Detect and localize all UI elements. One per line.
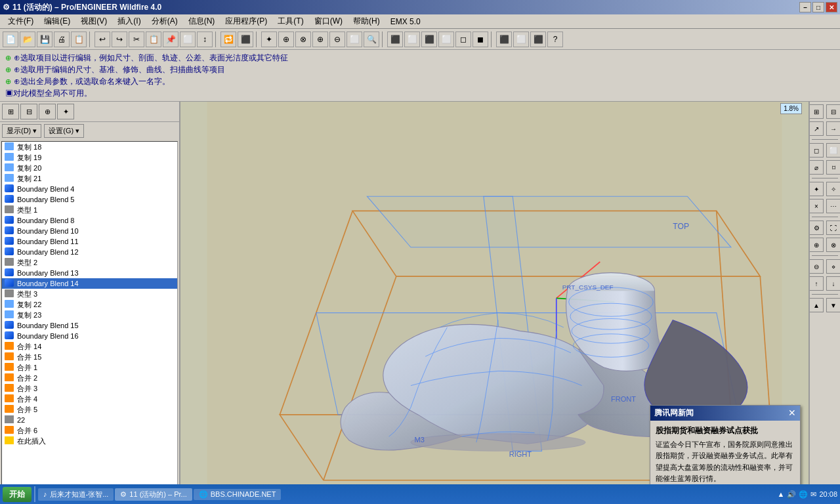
tree-item[interactable]: 复制 20	[2, 163, 177, 173]
menu-item-w[interactable]: 窗口(W)	[309, 14, 348, 28]
tb19[interactable]: ⬜	[438, 32, 454, 47]
tb6[interactable]: ↕	[197, 32, 213, 47]
tb18[interactable]: ⬛	[421, 32, 437, 47]
maximize-button[interactable]: □	[812, 2, 824, 12]
undo-button[interactable]: ↩	[94, 32, 110, 47]
copy-button[interactable]: 📋	[146, 32, 161, 47]
rt-btn-3[interactable]: ↗	[809, 121, 824, 136]
redo-button[interactable]: ↪	[112, 32, 127, 47]
rt-btn-1[interactable]: ⊞	[809, 104, 824, 119]
tree-item[interactable]: 合并 6	[2, 425, 177, 436]
tb24[interactable]: ⬛	[530, 32, 546, 47]
menu-item-p[interactable]: 应用程序(P)	[220, 14, 272, 28]
print-button[interactable]: 🖨	[54, 32, 70, 47]
minimize-button[interactable]: –	[799, 2, 811, 12]
rt-btn-6[interactable]: ⬜	[826, 143, 840, 158]
rt-btn-21[interactable]: ▲	[809, 298, 824, 312]
rt-btn-9[interactable]: ✦	[809, 182, 824, 196]
rt-btn-7[interactable]: ⌀	[809, 160, 824, 175]
tree-item[interactable]: 合并 4	[2, 394, 177, 404]
tree-item[interactable]: Boundary Blend 10	[2, 226, 177, 236]
tree-item[interactable]: 复制 21	[2, 173, 177, 184]
lt-btn1[interactable]: ⊞	[2, 104, 19, 119]
tb10[interactable]: ⊕	[278, 32, 294, 47]
cut-button[interactable]: ✂	[129, 32, 144, 47]
news-close-button[interactable]: ✕	[788, 408, 796, 418]
new-button[interactable]: 📄	[3, 32, 18, 47]
tb22[interactable]: ⬛	[496, 32, 512, 47]
tb9[interactable]: ✦	[261, 32, 277, 47]
rt-btn-17[interactable]: ⊖	[809, 259, 824, 274]
tb15[interactable]: 🔍	[364, 32, 379, 47]
rt-btn-2[interactable]: ⊟	[826, 104, 840, 119]
rt-btn-12[interactable]: ⋯	[826, 199, 840, 213]
tree-item[interactable]: Boundary Blend 4	[2, 184, 177, 194]
lt-btn4[interactable]: ✦	[57, 104, 74, 119]
tree-item[interactable]: Boundary Blend 5	[2, 194, 177, 205]
start-button[interactable]: 开始	[3, 487, 32, 502]
rt-btn-5[interactable]: ◻	[809, 143, 824, 158]
tree-item[interactable]: 复制 23	[2, 310, 177, 320]
menu-item-t[interactable]: 工具(T)	[272, 14, 308, 28]
tb25[interactable]: ?	[547, 32, 563, 47]
tb8[interactable]: ⬛	[238, 32, 253, 47]
display-dropdown[interactable]: 显示(D) ▾	[2, 124, 41, 138]
paste-button[interactable]: 📌	[163, 32, 178, 47]
menu-item-v[interactable]: 视图(V)	[75, 14, 112, 28]
tree-item[interactable]: 合并 5	[2, 404, 177, 415]
tree-item[interactable]: Boundary Blend 16	[2, 331, 177, 341]
rt-btn-20[interactable]: ↓	[826, 276, 840, 291]
tree-item[interactable]: 类型 3	[2, 289, 177, 299]
feature-tree[interactable]: 复制 18复制 19复制 20复制 21Boundary Blend 4Boun…	[1, 141, 178, 501]
rt-btn-11[interactable]: ×	[809, 199, 824, 213]
menu-item-h[interactable]: 帮助(H)	[348, 14, 385, 28]
tree-item[interactable]: Boundary Blend 8	[2, 215, 177, 226]
menu-item-n[interactable]: 信息(N)	[183, 14, 220, 28]
tb12[interactable]: ⊕	[312, 32, 328, 47]
tree-item[interactable]: 合并 1	[2, 362, 177, 373]
open-button[interactable]: 📂	[20, 32, 35, 47]
tb7[interactable]: 🔁	[220, 32, 236, 47]
rt-btn-4[interactable]: →	[826, 121, 840, 136]
menu-item-emx[interactable]: EMX 5.0	[385, 16, 426, 28]
menu-item-f[interactable]: 文件(F)	[3, 14, 39, 28]
rt-btn-18[interactable]: ⋄	[826, 259, 840, 274]
tb17[interactable]: ⬜	[404, 32, 420, 47]
rt-btn-16[interactable]: ⊗	[826, 238, 840, 252]
tree-item[interactable]: 在此插入	[2, 436, 177, 446]
tree-item[interactable]: 复制 22	[2, 299, 177, 310]
tb16[interactable]: ⬛	[387, 32, 403, 47]
tree-item[interactable]: 22	[2, 415, 177, 425]
close-button[interactable]: ✕	[826, 2, 837, 12]
taskbar-item-web[interactable]: 🌐 BBS.CHINADE.NET	[194, 489, 282, 500]
rt-btn-13[interactable]: ⚙	[809, 220, 824, 235]
rt-btn-8[interactable]: ⌑	[826, 160, 840, 175]
settings-dropdown[interactable]: 设置(G) ▾	[44, 124, 84, 138]
tree-item[interactable]: Boundary Blend 14	[2, 278, 177, 289]
tb11[interactable]: ⊗	[295, 32, 311, 47]
tb13[interactable]: ⊖	[329, 32, 345, 47]
rt-btn-19[interactable]: ↑	[809, 276, 824, 291]
tree-item[interactable]: 合并 3	[2, 383, 177, 394]
tree-item[interactable]: 类型 2	[2, 257, 177, 268]
tb14[interactable]: ⬜	[346, 32, 362, 47]
tb4[interactable]: 📋	[71, 32, 87, 47]
save-button[interactable]: 💾	[37, 32, 52, 47]
tree-item[interactable]: 复制 18	[2, 142, 177, 152]
tree-item[interactable]: Boundary Blend 13	[2, 268, 177, 278]
tree-item[interactable]: 合并 15	[2, 352, 177, 362]
tb23[interactable]: ⬜	[513, 32, 529, 47]
rt-btn-15[interactable]: ⊕	[809, 238, 824, 252]
taskbar-item-proe[interactable]: ⚙ 11 (活动的) – Pr...	[115, 488, 192, 501]
menu-item-i[interactable]: 插入(I)	[112, 14, 146, 28]
tree-item[interactable]: Boundary Blend 15	[2, 320, 177, 331]
menu-item-e[interactable]: 编辑(E)	[39, 14, 75, 28]
tree-item[interactable]: 复制 19	[2, 152, 177, 163]
tree-item[interactable]: 类型 1	[2, 205, 177, 215]
lt-btn2[interactable]: ⊟	[20, 104, 37, 119]
tree-item[interactable]: 合并 2	[2, 373, 177, 383]
tb20[interactable]: ◻	[455, 32, 471, 47]
tree-item[interactable]: Boundary Blend 11	[2, 236, 177, 247]
rt-btn-10[interactable]: ✧	[826, 182, 840, 196]
tb21[interactable]: ◼	[472, 32, 488, 47]
